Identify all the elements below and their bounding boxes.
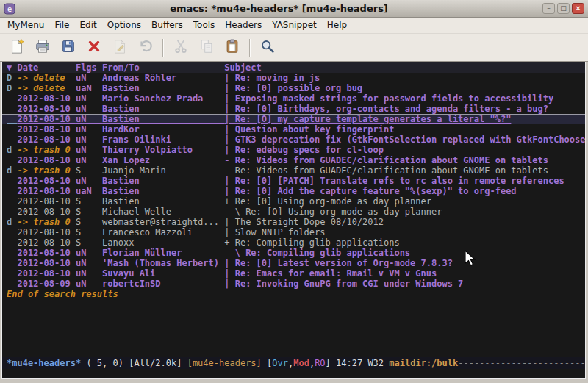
toolbar-save-as-button <box>109 37 131 59</box>
message-row[interactable]: 2012-08-10 uN Bastien | Re: [0] [PATCH] … <box>2 176 585 186</box>
message-row[interactable]: 2012-08-10 uN Xan Lopez - Re: Videos fro… <box>2 155 585 165</box>
message-mark <box>7 176 17 186</box>
toolbar-close-buffer-button[interactable] <box>83 37 105 59</box>
modeline-segment: [All/2.0k] <box>129 358 187 368</box>
message-subject: \ Re: Compiling glib applications <box>224 248 410 258</box>
maximize-button[interactable]: □ <box>557 3 570 14</box>
message-from: Juanjo Marin <box>102 165 224 176</box>
message-flags: S <box>76 227 102 237</box>
window-icon: e <box>4 3 15 15</box>
toolbar-search-button[interactable] <box>257 37 279 59</box>
emacs-window: e emacs: *mu4e-headers* [mu4e-headers] –… <box>0 0 588 383</box>
message-from: Frans Oilinki <box>102 135 224 145</box>
message-from: Andreas Röhler <box>102 73 224 83</box>
menu-edit[interactable]: Edit <box>75 18 102 32</box>
message-flags: S <box>76 165 102 176</box>
modeline-segment: Mod <box>293 358 309 368</box>
message-mark <box>7 207 17 217</box>
modeline-segment: Ovr <box>272 358 288 368</box>
message-flags: uN <box>76 155 102 165</box>
menu-help[interactable]: Help <box>322 18 352 32</box>
message-row[interactable]: 2012-08-10 uN Bastien | Re: [O] my captu… <box>2 114 585 124</box>
toolbar-cut-button <box>170 37 192 59</box>
message-flags: uN <box>76 135 102 145</box>
message-list: D -> delete uN Andreas Röhler | Re: movi… <box>2 73 585 289</box>
message-subject: | The Straight Dope 08/10/2012 <box>224 217 384 227</box>
message-row[interactable]: 2012-08-10 S Lanoxx + Re: Compiling glib… <box>2 237 585 248</box>
message-from: Bastien <box>102 176 224 186</box>
message-subject: | Slow NNTP folders <box>224 227 325 237</box>
message-flags: uN <box>76 114 102 124</box>
buffer-empty-space <box>2 299 585 357</box>
message-from: Thierry Volpiatto <box>102 145 224 155</box>
message-row[interactable]: 2012-08-10 uN Bastien | Re: [0] Birthday… <box>2 104 585 114</box>
message-row[interactable]: 2012-08-09 uN robertcInSD | Re: Invoking… <box>2 279 585 289</box>
message-mark <box>7 227 17 237</box>
toolbar-undo-button <box>135 37 157 59</box>
message-row[interactable]: 2012-08-10 S Bastien + Re: [0] Using org… <box>2 196 585 207</box>
menu-headers[interactable]: Headers <box>220 18 267 32</box>
menu-file[interactable]: File <box>49 18 74 32</box>
column-header-flags[interactable]: Flgs <box>76 62 102 73</box>
message-mark <box>7 186 17 196</box>
save-icon <box>60 38 76 57</box>
close-button[interactable]: × <box>572 3 584 14</box>
message-from: Suvayu Ali <box>102 268 224 279</box>
column-header-subject[interactable]: Subject <box>224 62 262 73</box>
message-date: 2012-08-10 <box>17 114 75 124</box>
message-subject: | GTK3 deprecation fix (GtkFontSelection… <box>224 135 586 145</box>
message-flags: uN <box>76 124 102 135</box>
message-row[interactable]: 2012-08-10 uN Suvayu Ali | Re: Emacs for… <box>2 268 585 279</box>
message-row[interactable]: d -> trash 0 S webmaster@straightd... | … <box>2 217 585 227</box>
message-flags: S <box>76 217 102 227</box>
message-row[interactable]: 2012-08-10 uN Florian Müllner \ Re: Comp… <box>2 248 585 258</box>
message-date: 2012-08-10 <box>17 135 75 145</box>
message-mark <box>7 258 17 268</box>
menu-options[interactable]: Options <box>102 18 146 32</box>
minimize-button[interactable]: – <box>542 3 555 14</box>
message-from: 'Mash (Thomas Herbert) <box>102 258 224 268</box>
menu-yasnippet[interactable]: YASnippet <box>267 18 322 32</box>
toolbar-new-file-button[interactable] <box>6 37 28 59</box>
message-from: Bastien <box>102 104 224 114</box>
message-row[interactable]: 2012-08-10 uN 'Mash (Thomas Herbert) | R… <box>2 258 585 268</box>
message-row[interactable]: D -> delete uN Andreas Röhler | Re: movi… <box>2 73 585 83</box>
mode-line[interactable]: *mu4e-headers* ( 5, 0) [All/2.0k] [mu4e-… <box>2 357 585 369</box>
message-date: 2012-08-10 <box>17 186 75 196</box>
message-row[interactable]: 2012-08-10 S Francesco Mazzoli | Slow NN… <box>2 227 585 237</box>
menu-buffers[interactable]: Buffers <box>146 18 188 32</box>
message-row[interactable]: 2012-08-10 uN Mario Sanchez Prada | Expo… <box>2 93 585 104</box>
message-mark: D <box>7 83 17 93</box>
search-icon <box>259 38 276 57</box>
message-row[interactable]: D -> delete uaN Bastien | Re: [0] possib… <box>2 83 585 93</box>
message-subject: | Re: Emacs for email: Rmail v VM v Gnus <box>224 268 437 279</box>
message-row[interactable]: 2012-08-10 uN HardKor | Question about k… <box>2 124 585 135</box>
echo-area[interactable] <box>2 369 585 378</box>
message-row[interactable]: d -> trash 0 S Juanjo Marin - Re: Videos… <box>2 165 585 176</box>
message-row[interactable]: d -> trash 0 uN Thierry Volpiatto | Re: … <box>2 145 585 155</box>
toolbar-save-button[interactable] <box>57 37 79 59</box>
message-subject: - Re: Videos from GUADEC/clarification a… <box>224 165 548 176</box>
message-mark <box>7 279 17 289</box>
message-subject: | Re: [0] [PATCH] Translate refs to rc a… <box>224 176 564 186</box>
message-from: robertcInSD <box>102 279 224 289</box>
message-subject: | Exposing masked strings for password f… <box>224 93 553 104</box>
message-row[interactable]: 2012-08-10 uN Frans Oilinki | GTK3 depre… <box>2 135 585 145</box>
message-subject: | Re: [0] Add the capture feature "%(sex… <box>224 186 516 196</box>
toolbar-paste-button[interactable] <box>221 37 243 59</box>
menu-mymenu[interactable]: MyMenu <box>2 18 49 32</box>
window-title: emacs: *mu4e-headers* [mu4e-headers] <box>18 3 539 14</box>
modeline-segment: ] <box>326 358 336 368</box>
message-subject: | Question about key fingerprint <box>224 124 394 135</box>
menu-tools[interactable]: Tools <box>188 18 220 32</box>
message-mark <box>7 196 17 207</box>
message-from: Bastien <box>102 186 224 196</box>
message-from: Bastien <box>102 114 224 124</box>
toolbar-print-button[interactable] <box>32 37 54 59</box>
column-header-from[interactable]: From/To <box>102 62 224 73</box>
svg-text:e: e <box>7 5 12 13</box>
message-row[interactable]: 2012-08-10 S Michael Welle \ Re: [O] Usi… <box>2 207 585 217</box>
modeline-segment: ------------------------ <box>458 358 585 368</box>
column-header-date[interactable]: ▼ Date <box>7 62 76 73</box>
message-row[interactable]: 2012-08-10 uaN Bastien | Re: [0] Add the… <box>2 186 585 196</box>
